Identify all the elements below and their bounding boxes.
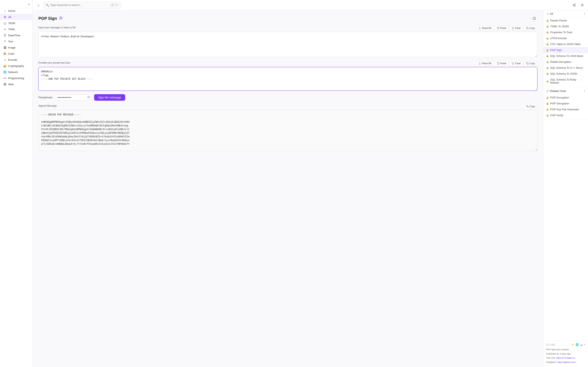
home-button[interactable]: ⌂ bbox=[35, 2, 42, 8]
sidebar-item-label: Home bbox=[8, 9, 15, 12]
web-icon: 🕸 bbox=[3, 83, 7, 86]
svg-point-15 bbox=[88, 97, 89, 98]
datetime-icon: 🗓 bbox=[3, 34, 7, 37]
panel-item-pgp-verify[interactable]: 🔒 PGP Verify bbox=[543, 112, 588, 118]
main-content: PGP Sign Input your message or select a … bbox=[33, 10, 543, 367]
key-paste-button[interactable]: Paste bbox=[495, 61, 509, 66]
feedback-row: Feedback: https://github.com/... bbox=[546, 360, 585, 364]
key-read-file-button[interactable]: Read file bbox=[476, 61, 494, 66]
sign-message-button[interactable]: Sign the message bbox=[94, 94, 125, 101]
sidebar-item-network[interactable]: 🌐 Network bbox=[0, 69, 33, 75]
filter-title: All bbox=[546, 12, 553, 15]
lock-icon: 🔒 bbox=[546, 31, 549, 34]
svg-rect-7 bbox=[533, 17, 535, 20]
panel-item-sql-json[interactable]: 🔒 SQL Schema To JSON bbox=[543, 71, 588, 77]
panel-item-pgp-encryption[interactable]: 🔒 PGP Encryption bbox=[543, 95, 588, 100]
input-section-header: Input your message or select a file Read… bbox=[38, 26, 537, 31]
signed-copy-button[interactable]: Copy bbox=[524, 104, 537, 109]
sidebar-collapse-area: « bbox=[0, 2, 33, 8]
search-input[interactable] bbox=[50, 3, 109, 7]
page-title: PGP Sign bbox=[38, 16, 57, 21]
panel-item-properties-to-toml[interactable]: 🔒 Properties To Toml bbox=[543, 29, 588, 35]
topbar: ⌂ 🔍 ⌘ + K bbox=[33, 0, 588, 10]
tools-list: 🔒 Paseto Parser 🔒 TOML To JSON 🔒 Propert… bbox=[543, 17, 588, 86]
panel-item-rabbit-decryption[interactable]: 🔒 Rabbit Decryption bbox=[543, 59, 588, 65]
sidebar-item-datetime[interactable]: 🗓 Date/Time bbox=[0, 32, 33, 38]
panel-item-label: TOML To JSON bbox=[550, 25, 569, 28]
key-copy-button[interactable]: Copy bbox=[524, 61, 537, 66]
panel-item-label: SQL Schema To C++ Struct bbox=[550, 66, 583, 69]
panel-item-label: Properties To Toml bbox=[550, 31, 572, 34]
panel-item-sql-ruby[interactable]: 🔒 SQL Schema To Ruby Module bbox=[543, 77, 588, 86]
lock-icon: 🔒 bbox=[546, 19, 549, 22]
cloud-icon: ☁ bbox=[580, 343, 583, 346]
panel-item-sql-cpp[interactable]: 🔒 SQL Schema To C++ Struct bbox=[543, 65, 588, 71]
sidebar-item-programming[interactable]: <> Programming bbox=[0, 75, 33, 81]
svg-point-2 bbox=[575, 6, 575, 6]
input-actions: Read file Paste Clear Copy bbox=[476, 26, 537, 31]
panel-item-utf8-encode[interactable]: 🔒 UTF8 Encode bbox=[543, 35, 588, 41]
panel-item-toml-to-json[interactable]: 🔒 TOML To JSON bbox=[543, 24, 588, 29]
toggle-password-button[interactable] bbox=[87, 96, 90, 99]
panel-toggle-button[interactable] bbox=[531, 15, 537, 22]
published-info: Published at: 5 days ago bbox=[546, 352, 585, 356]
svg-point-0 bbox=[575, 4, 575, 4]
svg-line-4 bbox=[574, 4, 575, 5]
search-bar: 🔍 ⌘ + K bbox=[43, 2, 121, 8]
svg-point-5 bbox=[582, 4, 583, 5]
private-key-section-header: Provide your private key here Read file … bbox=[38, 61, 537, 66]
right-panel: All ▾ 🔒 Paseto Parser 🔒 TOML To JSON 🔒 P… bbox=[543, 10, 588, 367]
sidebar-item-yaml[interactable]: ≡ YAML bbox=[0, 26, 33, 32]
sidebar-item-cryptography[interactable]: 🔐 Cryptography bbox=[0, 63, 33, 69]
svg-rect-13 bbox=[498, 62, 499, 63]
input-textarea[interactable]: A Free, Modern Toolbox, Built for Develo… bbox=[38, 32, 537, 57]
version-row: 1.0.0 ⚡ 🌐 ☁ ▾ bbox=[546, 343, 585, 346]
related-tools-chevron: ▾ bbox=[584, 90, 585, 92]
private-key-actions: Read file Paste Clear Copy bbox=[476, 61, 537, 66]
feedback-link[interactable]: https://github.com/... bbox=[557, 361, 577, 363]
sidebar-item-home[interactable]: ⌂ Home bbox=[0, 8, 33, 14]
panel-item-pgp-sign[interactable]: 🔒 PGP Sign bbox=[543, 47, 588, 53]
lock-icon: 🔒 bbox=[546, 37, 549, 40]
related-tools-header[interactable]: Related Tools ▾ bbox=[543, 87, 588, 95]
sidebar-item-image[interactable]: 🖼 Image bbox=[0, 44, 33, 50]
panel-item-paseto-parser[interactable]: 🔒 Paseto Parser bbox=[543, 17, 588, 24]
right-panel-filter-header[interactable]: All ▾ bbox=[543, 10, 588, 17]
panel-item-pgp-decryption[interactable]: 🔒 PGP Decryption bbox=[543, 100, 588, 106]
svg-rect-10 bbox=[498, 27, 499, 27]
tool-link[interactable]: https://t.he3app.co... bbox=[556, 357, 577, 359]
favorite-button[interactable] bbox=[59, 16, 63, 21]
encode-icon: ⤢ bbox=[3, 58, 7, 61]
private-key-textarea[interactable]: 6MDORLGs =7sgp -----END PGP PRIVATE KEY … bbox=[38, 67, 537, 91]
signed-section-header: Signed Message Copy bbox=[38, 104, 537, 109]
input-read-file-button[interactable]: Read file bbox=[476, 26, 494, 31]
svg-rect-16 bbox=[527, 106, 528, 108]
key-clear-button[interactable]: Clear bbox=[509, 61, 523, 66]
private-key-label: Provide your private key here bbox=[38, 61, 70, 64]
signed-message-textarea[interactable]: -----BEGIN PGP MESSAGE----- xA0DAQgB0PNX… bbox=[38, 110, 537, 151]
input-paste-button[interactable]: Paste bbox=[495, 26, 509, 31]
sidebar-item-text[interactable]: T Text bbox=[0, 38, 33, 44]
share-button[interactable] bbox=[571, 2, 577, 8]
sidebar-item-all[interactable]: ⊞ All bbox=[0, 14, 33, 20]
sidebar-item-web[interactable]: 🕸 Web bbox=[0, 81, 33, 87]
sidebar-item-encode[interactable]: ⤢ Encode bbox=[0, 57, 33, 63]
version-chevron: ▾ bbox=[584, 343, 585, 346]
sidebar-item-json[interactable]: { } JSON bbox=[0, 20, 33, 26]
input-clear-button[interactable]: Clear bbox=[509, 26, 523, 31]
panel-item-label: Paseto Parser bbox=[550, 19, 567, 22]
panel-item-csv-to-json[interactable]: 🔒 CSV Table to JSON Table bbox=[543, 41, 588, 47]
page-title-row: PGP Sign bbox=[38, 16, 63, 21]
input-copy-button[interactable]: Copy bbox=[524, 26, 537, 31]
sidebar-collapse-button[interactable]: « bbox=[28, 2, 30, 6]
passphrase-label: Passphrase bbox=[38, 96, 52, 99]
panel-item-sql-java[interactable]: 🔒 SQL Schema To JAVA Bean bbox=[543, 53, 588, 59]
user-button[interactable] bbox=[579, 2, 586, 8]
panel-item-pgp-key-pair-generator[interactable]: 🔒 PGP Key Pair Generator bbox=[543, 106, 588, 112]
passphrase-input[interactable] bbox=[55, 94, 92, 100]
panel-item-label: PGP Key Pair Generator bbox=[550, 108, 579, 111]
sidebar-item-color[interactable]: 🎨 Color bbox=[0, 50, 33, 57]
version-label: 1.0.0 bbox=[546, 343, 555, 346]
related-tools-list: 🔒 PGP Encryption 🔒 PGP Decryption 🔒 PGP … bbox=[543, 95, 588, 118]
sidebar-item-label: JSON bbox=[8, 22, 15, 25]
